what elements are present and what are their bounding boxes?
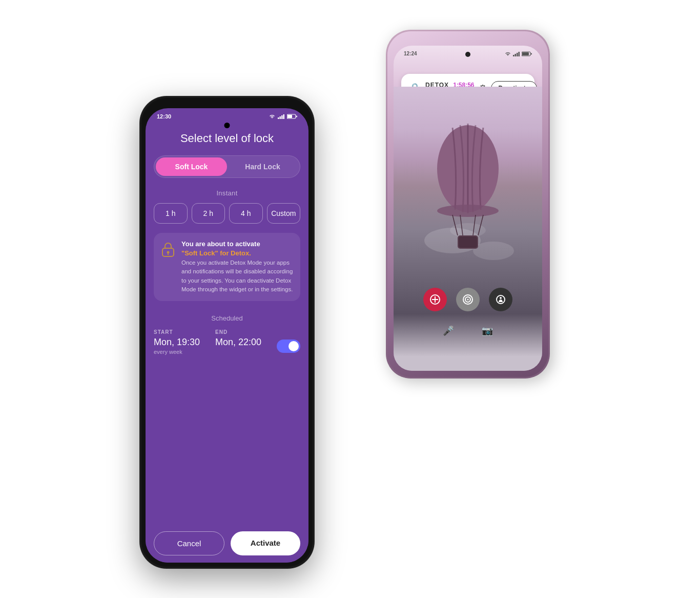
warning-lock-icon (161, 241, 175, 294)
svg-rect-28 (281, 115, 283, 119)
scheduled-section: Scheduled START Mon, 19:30 every week EN… (154, 314, 300, 355)
svg-rect-1 (515, 54, 517, 56)
svg-rect-17 (459, 236, 477, 248)
warning-card: You are about to activate "Soft Lock" fo… (154, 233, 300, 301)
balloon-svg (411, 97, 524, 292)
svg-rect-32 (296, 116, 297, 117)
signal-icon (513, 51, 520, 56)
cancel-button[interactable]: Cancel (154, 531, 224, 555)
dock-icon-1[interactable] (423, 288, 447, 311)
start-time: Mon, 19:30 (154, 337, 215, 348)
screen-content: Select level of lock Soft Lock Hard Lock… (146, 119, 308, 525)
battery-icon (522, 51, 532, 56)
mic-icon[interactable]: 🎤 (439, 322, 458, 340)
app-dock: 🎤 📷 (401, 288, 534, 340)
wallpaper: 🎤 📷 (394, 87, 542, 371)
dock-icon-3[interactable] (489, 288, 512, 311)
front-phone: 12:30 (140, 96, 314, 568)
scheduled-label: Scheduled (154, 314, 300, 322)
front-signal-icon (278, 114, 285, 119)
svg-rect-29 (283, 114, 285, 119)
warning-heading: You are about to activate (181, 240, 293, 248)
svg-point-23 (467, 299, 469, 301)
front-wifi-icon (269, 114, 276, 119)
back-phone: 12:24 (386, 30, 550, 378)
toggle-knob (289, 341, 299, 351)
camera-icon[interactable]: 📷 (478, 322, 497, 340)
start-col: START Mon, 19:30 every week (154, 329, 215, 355)
front-battery-icon (287, 114, 297, 119)
end-label: END (215, 329, 277, 335)
tab-soft-lock[interactable]: Soft Lock (156, 157, 227, 176)
warning-body: Once you activate Detox Mode your apps a… (181, 258, 293, 294)
dock-icon-2[interactable] (456, 288, 480, 311)
activate-button[interactable]: Activate (231, 531, 300, 555)
back-phone-status-icons (504, 51, 532, 56)
svg-rect-31 (287, 115, 292, 118)
back-phone-time: 12:24 (404, 51, 417, 56)
front-phone-status-bar: 12:30 (146, 108, 308, 119)
warning-text: You are about to activate "Soft Lock" fo… (181, 240, 293, 294)
end-col: END Mon, 22:00 (215, 329, 277, 348)
front-phone-status-icons (269, 114, 297, 119)
end-time: Mon, 22:00 (215, 337, 277, 348)
bottom-buttons: Cancel Activate (146, 525, 308, 563)
front-phone-time: 12:30 (157, 113, 171, 119)
page-title: Select level of lock (154, 132, 300, 145)
svg-point-34 (167, 251, 170, 254)
dock-row (401, 288, 534, 311)
time-options: 1 h 2 h 4 h Custom (154, 203, 300, 224)
instant-label: Instant (154, 189, 300, 197)
svg-rect-0 (513, 55, 514, 56)
lock-svg (161, 241, 175, 257)
time-btn-2h[interactable]: 2 h (192, 203, 225, 224)
svg-rect-2 (517, 53, 518, 56)
schedule-toggle[interactable] (277, 340, 300, 353)
svg-rect-6 (531, 53, 532, 54)
svg-point-25 (500, 297, 502, 299)
lock-type-tabs: Soft Lock Hard Lock (154, 155, 300, 178)
svg-rect-5 (522, 52, 529, 55)
start-label: START (154, 329, 215, 335)
svg-rect-3 (519, 52, 520, 56)
time-btn-1h[interactable]: 1 h (154, 203, 188, 224)
svg-rect-27 (280, 116, 281, 119)
back-phone-camera (465, 52, 470, 57)
scene: 12:24 (119, 30, 581, 568)
scheduled-row: START Mon, 19:30 every week END Mon, 22:… (154, 329, 300, 355)
dock-bottom: 🎤 📷 (401, 322, 534, 340)
start-recurring: every week (154, 349, 215, 355)
warning-highlight: "Soft Lock" for Detox. (181, 249, 293, 257)
time-btn-4h[interactable]: 4 h (229, 203, 263, 224)
time-btn-custom[interactable]: Custom (267, 203, 301, 224)
svg-rect-26 (278, 117, 279, 119)
wifi-icon (504, 51, 511, 56)
tab-hard-lock[interactable]: Hard Lock (227, 157, 298, 176)
front-camera-notch (224, 123, 230, 128)
balloon-scene (394, 87, 542, 302)
svg-point-11 (437, 205, 499, 217)
svg-point-8 (473, 242, 514, 260)
